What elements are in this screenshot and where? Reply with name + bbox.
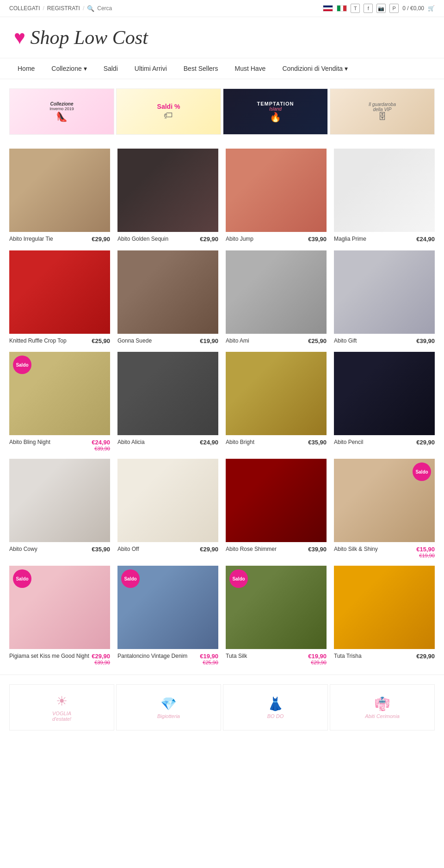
banner-saldi[interactable]: Saldi % 🏷: [116, 88, 221, 135]
product-sale-price: €19,90: [308, 653, 327, 660]
product-image: Saldo: [334, 459, 435, 542]
product-info: Tuta Silk €19,90 €29,90: [226, 653, 327, 665]
product-card[interactable]: Abito Jump €39,90: [226, 149, 327, 243]
product-name: Pigiama set Kiss me Good Night: [9, 653, 90, 660]
logo[interactable]: ♥ Shop Low Cost: [14, 26, 430, 49]
product-image: [9, 250, 110, 334]
product-info: Abito Silk & Shiny €15,90 €19,90: [334, 546, 435, 558]
sale-badge: Saldo: [229, 569, 248, 588]
product-image: Saldo: [117, 566, 218, 649]
register-link[interactable]: REGISTRATI: [47, 5, 80, 12]
product-image: [334, 566, 435, 649]
product-old-price: €29,90: [308, 660, 327, 665]
product-card[interactable]: Abito Rose Shimmer €39,90: [226, 459, 327, 558]
footer-banners: ☀ VOGLIAd'estate! 💎 Bigiotteria 👗 BO DO …: [0, 674, 444, 740]
cart-icon[interactable]: 🛒: [428, 5, 435, 12]
product-info: Abito Golden Sequin €29,90: [117, 236, 218, 243]
product-price: €25,90: [92, 337, 110, 344]
product-card[interactable]: Saldo Tuta Silk €19,90 €29,90: [226, 566, 327, 665]
product-info: Tuta Trisha €29,90: [334, 653, 435, 660]
product-info: Pantaloncino Vintage Denim €19,90 €25,90: [117, 653, 218, 665]
product-info: Abito Pencil €29,90: [334, 439, 435, 446]
footer-banner-bodo[interactable]: 👗 BO DO: [223, 684, 328, 731]
banner-temptation[interactable]: TEMPTATION Island 🔥: [223, 88, 328, 135]
cart-info[interactable]: 0 / €0,00: [402, 5, 424, 12]
product-name: Abito Bling Night: [9, 439, 90, 446]
nav-home[interactable]: Home: [9, 58, 43, 79]
product-name: Abito Bright: [226, 439, 306, 446]
product-image: [9, 149, 110, 232]
product-image-placeholder: [9, 459, 110, 542]
product-card[interactable]: Maglia Prime €24,90: [334, 149, 435, 243]
product-price: €24,90: [416, 236, 435, 243]
product-price: €35,90: [92, 546, 110, 553]
product-info: Maglia Prime €24,90: [334, 236, 435, 243]
login-link[interactable]: COLLEGATI: [9, 5, 40, 12]
product-card[interactable]: Abito Pencil €29,90: [334, 352, 435, 451]
product-info: Abito Cowy €35,90: [9, 546, 110, 553]
facebook-icon[interactable]: f: [364, 4, 373, 13]
product-image-placeholder: [334, 566, 435, 649]
banner-collezione[interactable]: Collezione Inverno 2019 👠: [9, 88, 114, 135]
product-name: Tuta Trisha: [334, 653, 414, 660]
product-card[interactable]: Abito Alicia €24,90: [117, 352, 218, 451]
product-name: Abito Alicia: [117, 439, 198, 446]
product-price: €35,90: [308, 439, 327, 446]
product-image-placeholder: [226, 352, 327, 435]
pinterest-icon[interactable]: P: [389, 4, 399, 13]
search-input[interactable]: [97, 5, 134, 12]
product-price: €29,90: [416, 439, 435, 446]
product-price: €39,90: [308, 236, 327, 243]
product-card[interactable]: Abito Golden Sequin €29,90: [117, 149, 218, 243]
product-old-price: €19,90: [416, 553, 435, 558]
product-card[interactable]: Abito Off €29,90: [117, 459, 218, 558]
product-name: Abito Ami: [226, 337, 306, 345]
product-card[interactable]: Saldo Pantaloncino Vintage Denim €19,90 …: [117, 566, 218, 665]
product-name: Abito Off: [117, 546, 198, 553]
product-card[interactable]: Abito Ami €25,90: [226, 250, 327, 345]
product-sale-price: €19,90: [200, 653, 218, 660]
banner-guardaroba[interactable]: Il guardaroba della VIP 🗄: [330, 88, 435, 135]
product-price: €19,90: [200, 337, 218, 344]
product-card[interactable]: Saldo Pigiama set Kiss me Good Night €29…: [9, 566, 110, 665]
product-card[interactable]: Abito Cowy €35,90: [9, 459, 110, 558]
product-image: [117, 459, 218, 542]
product-sale-price: €24,90: [92, 439, 110, 446]
footer-banner-bigiotteria[interactable]: 💎 Bigiotteria: [116, 684, 221, 731]
flag-uk-icon[interactable]: [323, 5, 333, 12]
instagram-icon[interactable]: 📷: [376, 4, 386, 13]
sale-badge: Saldo: [121, 569, 140, 588]
product-image-placeholder: [334, 352, 435, 435]
product-image-placeholder: [226, 149, 327, 232]
nav-best-sellers[interactable]: Best Sellers: [175, 58, 227, 79]
nav-collezione[interactable]: Collezione ▾: [43, 58, 95, 79]
product-image-placeholder: [117, 250, 218, 334]
product-name: Abito Rose Shimmer: [226, 546, 306, 553]
product-image-placeholder: [117, 149, 218, 232]
product-card[interactable]: Saldo Abito Bling Night €24,90 €39,90: [9, 352, 110, 451]
product-image-placeholder: [9, 149, 110, 232]
product-card[interactable]: Abito Bright €35,90: [226, 352, 327, 451]
nav-must-have[interactable]: Must Have: [226, 58, 274, 79]
product-image-placeholder: [334, 250, 435, 334]
product-card[interactable]: Abito Irregular Tie €29,90: [9, 149, 110, 243]
product-info: Abito Ami €25,90: [226, 337, 327, 345]
product-card[interactable]: Saldo Abito Silk & Shiny €15,90 €19,90: [334, 459, 435, 558]
product-card[interactable]: Abito Gift €39,90: [334, 250, 435, 345]
product-card[interactable]: Knitted Ruffle Crop Top €25,90: [9, 250, 110, 345]
footer-banner-estate[interactable]: ☀ VOGLIAd'estate!: [9, 684, 114, 731]
product-image: [226, 459, 327, 542]
product-card[interactable]: Gonna Suede €19,90: [117, 250, 218, 345]
product-sale-price: €29,90: [92, 653, 110, 660]
sale-badge: Saldo: [413, 462, 431, 481]
nav-ultimi-arrivi[interactable]: Ultimi Arrivi: [126, 58, 175, 79]
nav-saldi[interactable]: Saldi: [95, 58, 126, 79]
footer-banner-cerimonia[interactable]: 👘 Abiti Cerimonia: [330, 684, 435, 731]
product-card[interactable]: Tuta Trisha €29,90: [334, 566, 435, 665]
nav-condizioni[interactable]: Condizioni di Vendita ▾: [274, 58, 356, 79]
twitter-icon[interactable]: T: [351, 4, 360, 13]
product-name: Abito Pencil: [334, 439, 414, 446]
dress-icon: 👗: [267, 696, 284, 712]
flag-it-icon[interactable]: [337, 5, 347, 12]
product-price: €29,90: [416, 653, 435, 660]
